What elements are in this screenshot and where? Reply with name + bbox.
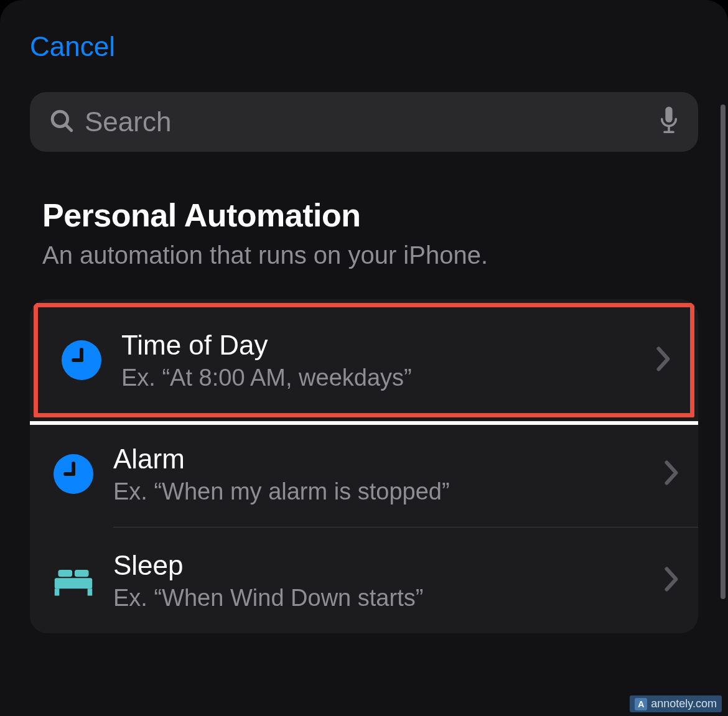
cancel-button[interactable]: Cancel — [30, 31, 115, 62]
annotely-watermark: A annotely.com — [630, 695, 722, 712]
chevron-right-icon — [663, 460, 679, 488]
svg-rect-15 — [75, 570, 89, 577]
annotely-badge-icon: A — [635, 698, 647, 710]
svg-rect-11 — [55, 578, 92, 588]
chevron-right-icon — [655, 346, 671, 374]
row-subtitle: Ex. “When Wind Down starts” — [113, 585, 645, 611]
row-text: Sleep Ex. “When Wind Down starts” — [113, 550, 645, 611]
trigger-row-sleep[interactable]: Sleep Ex. “When Wind Down starts” — [30, 528, 698, 633]
automation-modal: Cancel Personal Automation An a — [0, 0, 728, 716]
clock-icon — [52, 453, 95, 495]
clock-icon — [60, 339, 103, 381]
annotation-highlight: Time of Day Ex. “At 8:00 AM, weekdays” — [30, 299, 698, 425]
svg-rect-14 — [58, 570, 72, 577]
watermark-text: annotely.com — [651, 697, 717, 710]
svg-rect-12 — [55, 588, 60, 595]
section-subtitle: An automation that runs on your iPhone. — [42, 241, 686, 269]
row-title: Alarm — [113, 444, 645, 475]
svg-rect-13 — [88, 588, 93, 595]
chevron-right-icon — [663, 566, 679, 595]
row-text: Time of Day Ex. “At 8:00 AM, weekdays” — [121, 330, 637, 391]
bed-icon — [52, 559, 95, 602]
svg-line-1 — [65, 124, 72, 131]
trigger-list: Time of Day Ex. “At 8:00 AM, weekdays” — [30, 299, 698, 633]
section-header: Personal Automation An automation that r… — [0, 152, 728, 269]
search-bar[interactable] — [30, 92, 698, 152]
row-title: Sleep — [113, 550, 645, 581]
search-input[interactable] — [85, 106, 648, 137]
scroll-indicator[interactable] — [721, 105, 726, 599]
row-subtitle: Ex. “When my alarm is stopped” — [113, 478, 645, 505]
search-container — [0, 62, 728, 152]
svg-rect-2 — [665, 106, 672, 122]
microphone-icon[interactable] — [658, 106, 679, 138]
section-title: Personal Automation — [42, 197, 686, 234]
row-text: Alarm Ex. “When my alarm is stopped” — [113, 444, 645, 505]
top-bar: Cancel — [0, 0, 728, 62]
trigger-row-time-of-day[interactable]: Time of Day Ex. “At 8:00 AM, weekdays” — [38, 307, 690, 413]
search-icon — [49, 108, 75, 136]
row-title: Time of Day — [121, 330, 637, 361]
row-subtitle: Ex. “At 8:00 AM, weekdays” — [121, 365, 637, 391]
trigger-row-alarm[interactable]: Alarm Ex. “When my alarm is stopped” — [30, 421, 698, 527]
